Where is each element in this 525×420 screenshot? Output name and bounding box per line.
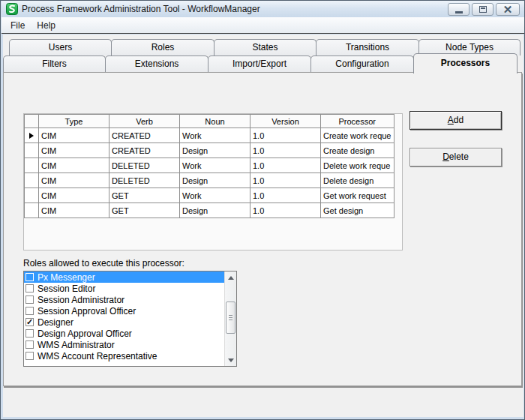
column-header-verb[interactable]: Verb [110,115,180,128]
cell-type[interactable]: CIM [39,203,110,218]
tab-states[interactable]: States [214,39,316,56]
cell-version[interactable]: 1.0 [250,143,321,158]
list-item[interactable]: Session Approval Officer [24,305,236,316]
cell-processor[interactable]: Create design [321,143,394,158]
row-selector[interactable] [25,173,39,188]
list-item[interactable]: Designer [24,316,236,328]
table-header-row: TypeVerbNounVersionProcessor [25,115,394,128]
minimize-button[interactable] [448,3,470,16]
checkbox-unchecked-icon[interactable] [26,340,34,349]
cell-processor[interactable]: Delete work reque [321,158,394,173]
maximize-button[interactable] [472,3,494,16]
tab-users[interactable]: Users [9,39,112,56]
checkbox-unchecked-icon[interactable] [26,352,34,360]
cell-processor[interactable]: Get design [321,203,394,218]
table-row[interactable]: CIMGETWork1.0Get work request [25,188,394,203]
list-item[interactable]: WMS Account Representative [24,350,236,362]
processors-table: TypeVerbNounVersionProcessor CIMCREATEDW… [24,114,394,218]
column-header-processor[interactable]: Processor [321,115,394,128]
minimize-icon [455,11,463,14]
cell-type[interactable]: CIM [39,173,110,188]
column-header-version[interactable]: Version [250,115,321,128]
cell-verb[interactable]: GET [110,203,180,218]
current-row-arrow-icon [29,133,34,139]
cell-version[interactable]: 1.0 [250,128,321,143]
cell-version[interactable]: 1.0 [250,158,321,173]
list-item-label: WMS Administrator [38,340,115,350]
list-item[interactable]: Session Editor [24,283,236,294]
tab-processors[interactable]: Processors [413,53,518,74]
close-button[interactable]: ✕ [496,3,520,16]
cell-verb[interactable]: DELETED [110,173,180,188]
tab-import-export[interactable]: Import/Export [208,56,311,72]
cell-noun[interactable]: Design [180,143,250,158]
roles-list-scrollbar[interactable] [224,272,236,366]
table-row[interactable]: CIMDELETEDWork1.0Delete work reque [25,158,394,173]
list-item[interactable]: Session Administrator [24,294,236,305]
checkbox-unchecked-icon[interactable] [26,284,34,292]
column-header-type[interactable]: Type [39,115,110,128]
table-body: CIMCREATEDWork1.0Create work requeCIMCRE… [25,128,394,218]
row-selector[interactable] [25,158,39,173]
table-row[interactable]: CIMDELETEDDesign1.0Delete design [25,173,394,188]
roles-checked-listbox: Px MessengerSession EditorSession Admini… [23,271,237,367]
cell-verb[interactable]: CREATED [110,128,180,143]
cell-processor[interactable]: Get work request [321,188,394,203]
checkbox-unchecked-icon[interactable] [26,307,34,315]
list-item-label: WMS Account Representative [38,351,157,362]
column-header-noun[interactable]: Noun [180,115,250,128]
cell-processor[interactable]: Delete design [321,173,394,188]
menu-file[interactable]: File [4,19,31,32]
close-icon: ✕ [503,4,513,15]
titlebar[interactable]: Process Framework Administration Tool - … [2,1,524,17]
scroll-down-icon [228,358,234,362]
list-item[interactable]: WMS Administrator [24,339,236,350]
row-selector[interactable] [25,203,39,218]
row-selector[interactable] [25,188,39,203]
cell-type[interactable]: CIM [39,143,110,158]
tab-extensions[interactable]: Extensions [105,56,208,72]
scroll-up-icon [228,276,234,280]
row-selector[interactable] [25,143,39,158]
table-row[interactable]: CIMGETDesign1.0Get design [25,203,394,218]
list-item[interactable]: Design Approval Officer [24,328,236,339]
checkbox-unchecked-icon[interactable] [26,329,34,338]
cell-noun[interactable]: Design [180,173,250,188]
cell-verb[interactable]: DELETED [110,158,180,173]
delete-button[interactable]: Delete [410,148,502,166]
cell-type[interactable]: CIM [39,158,110,173]
cell-noun[interactable]: Design [180,203,250,218]
cell-noun[interactable]: Work [180,188,250,203]
scrollbar-thumb[interactable] [226,302,236,334]
cell-type[interactable]: CIM [39,128,110,143]
current-row-indicator[interactable] [25,128,39,143]
scrollbar-down-button[interactable] [225,354,237,366]
checkbox-checked-icon[interactable] [26,318,34,326]
checkbox-unchecked-icon[interactable] [26,273,34,281]
cell-verb[interactable]: GET [110,188,180,203]
menu-help[interactable]: Help [31,19,62,32]
add-button[interactable]: Add [410,111,502,130]
list-item-label: Session Approval Officer [38,306,136,316]
tab-configuration[interactable]: Configuration [310,56,414,72]
cell-version[interactable]: 1.0 [250,173,321,188]
cell-noun[interactable]: Work [180,128,250,143]
roles-label: Roles allowed to execute this processor: [23,258,184,268]
scrollbar-grip-icon [229,315,232,321]
cell-noun[interactable]: Work [180,158,250,173]
tab-transitions[interactable]: Transitions [316,39,419,56]
cell-processor[interactable]: Create work reque [321,128,394,143]
cell-type[interactable]: CIM [39,188,110,203]
list-item[interactable]: Px Messenger [24,272,236,283]
tab-roles[interactable]: Roles [111,39,214,56]
table-row[interactable]: CIMCREATEDWork1.0Create work reque [25,128,394,143]
roles-list-items: Px MessengerSession EditorSession Admini… [24,272,236,362]
tab-filters[interactable]: Filters [3,56,106,72]
table-row[interactable]: CIMCREATEDDesign1.0Create design [25,143,394,158]
row-selector-header [25,115,39,128]
scrollbar-up-button[interactable] [225,272,237,284]
cell-verb[interactable]: CREATED [110,143,180,158]
checkbox-unchecked-icon[interactable] [26,296,34,304]
cell-version[interactable]: 1.0 [250,203,321,218]
cell-version[interactable]: 1.0 [250,188,321,203]
